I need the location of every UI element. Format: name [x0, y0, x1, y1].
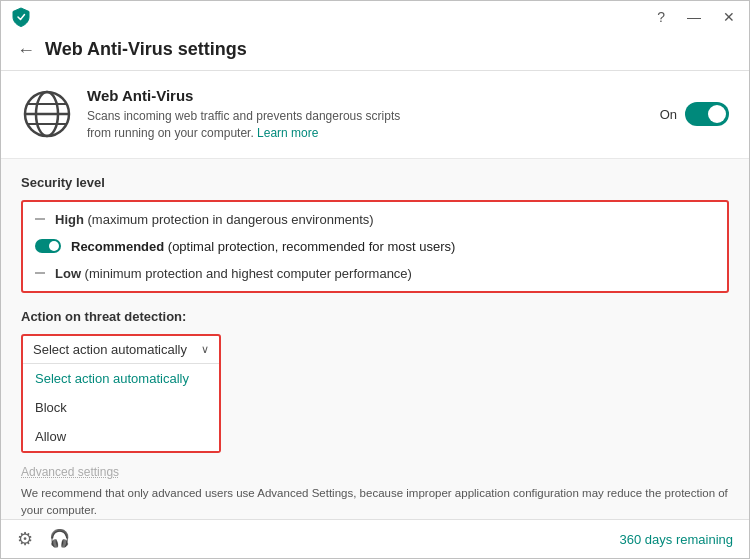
dropdown-item-auto[interactable]: Select action automatically [23, 364, 219, 393]
main-toggle[interactable] [685, 102, 729, 126]
help-button[interactable]: ? [653, 8, 669, 26]
product-section: Web Anti-Virus Scans incoming web traffi… [1, 71, 749, 159]
close-button[interactable]: ✕ [719, 8, 739, 26]
action-label: Action on threat detection: [21, 309, 729, 324]
title-bar: ? — ✕ [1, 1, 749, 33]
low-option-text: Low (minimum protection and highest comp… [55, 266, 412, 281]
header-bar: ← Web Anti-Virus settings [1, 33, 749, 71]
back-button[interactable]: ← [17, 41, 35, 59]
main-window: ? — ✕ ← Web Anti-Virus settings Web Anti… [0, 0, 750, 559]
toggle-label: On [660, 107, 677, 122]
product-info: Web Anti-Virus Scans incoming web traffi… [87, 87, 660, 142]
kaspersky-logo-icon [11, 7, 31, 27]
dropdown-header[interactable]: Select action automatically ∨ [23, 336, 219, 364]
security-option-low[interactable]: Low (minimum protection and highest comp… [23, 260, 727, 287]
minimize-button[interactable]: — [683, 8, 705, 26]
footer: ⚙ 🎧 360 days remaining [1, 519, 749, 558]
advanced-settings-label[interactable]: Advanced settings [21, 465, 729, 479]
low-dash-icon [35, 272, 45, 274]
security-option-recommended[interactable]: Recommended (optimal protection, recomme… [23, 233, 727, 260]
dropdown-list: Select action automatically Block Allow [23, 364, 219, 451]
recommended-toggle-icon [35, 239, 61, 253]
days-remaining: 360 days remaining [620, 532, 733, 547]
product-description: Scans incoming web traffic and prevents … [87, 108, 660, 142]
title-bar-controls: ? — ✕ [653, 8, 739, 26]
learn-more-link[interactable]: Learn more [257, 126, 318, 140]
recommended-option-text: Recommended (optimal protection, recomme… [71, 239, 455, 254]
security-level-box: High (maximum protection in dangerous en… [21, 200, 729, 293]
advanced-warning-text: We recommend that only advanced users us… [21, 485, 729, 519]
dropdown-item-allow[interactable]: Allow [23, 422, 219, 451]
content-area: Web Anti-Virus Scans incoming web traffi… [1, 71, 749, 519]
dropdown-selected-text: Select action automatically [33, 342, 187, 357]
settings-body: Security level High (maximum protection … [1, 159, 749, 519]
settings-icon[interactable]: ⚙ [17, 528, 33, 550]
page-title: Web Anti-Virus settings [45, 39, 247, 60]
high-option-text: High (maximum protection in dangerous en… [55, 212, 374, 227]
headset-icon[interactable]: 🎧 [49, 528, 70, 550]
dropdown-arrow-icon: ∨ [201, 343, 209, 356]
action-dropdown[interactable]: Select action automatically ∨ Select act… [21, 334, 221, 453]
toggle-area: On [660, 102, 729, 126]
security-level-label: Security level [21, 175, 729, 190]
high-dash-icon [35, 218, 45, 220]
globe-icon [21, 88, 73, 140]
product-name: Web Anti-Virus [87, 87, 660, 104]
security-option-high[interactable]: High (maximum protection in dangerous en… [23, 206, 727, 233]
action-section: Action on threat detection: Select actio… [21, 309, 729, 453]
footer-icons: ⚙ 🎧 [17, 528, 70, 550]
dropdown-item-block[interactable]: Block [23, 393, 219, 422]
